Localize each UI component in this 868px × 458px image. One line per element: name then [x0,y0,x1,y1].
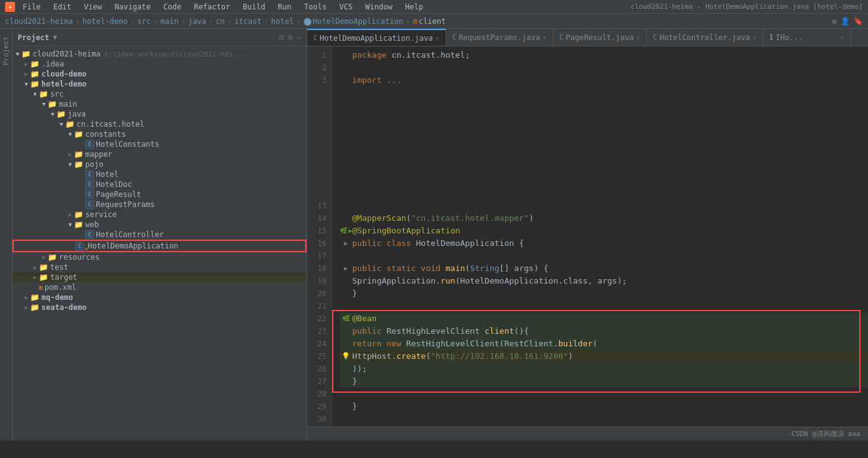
tree-cn-label: cn.itcast.hotel [76,120,144,129]
tab-close-icon[interactable]: ✕ [543,34,546,41]
tab-close-icon[interactable]: ✕ [436,35,439,41]
menu-window[interactable]: Window [363,1,395,13]
window-title: cloud2021-heima - HotelDemoApplication.j… [630,3,863,11]
tree-hotel-demo[interactable]: ▼ 📁 hotel-demo [13,79,306,89]
breadcrumb-hotel[interactable]: hotel [271,17,294,26]
breadcrumb-java[interactable]: java [188,17,206,26]
tree-web[interactable]: ▼ 📁 web [13,220,306,230]
tree-hotelcontroller-label: HotelController [96,230,164,239]
tree-idea[interactable]: ▶ 📁 .idea [13,59,306,69]
bookmark-icon[interactable]: 🔖 [854,17,863,26]
menu-edit[interactable]: Edit [51,1,74,13]
folder-icon: 📁 [30,293,39,302]
menu-run[interactable]: Run [275,1,294,13]
tree-target[interactable]: ▶ 📁 target [13,272,306,282]
tab-requestparams[interactable]: C RequestParams.java ✕ [446,29,553,46]
tree-seata-demo[interactable]: ▶ 📁 seata-demo [13,302,306,312]
folder-icon: 📁 [39,90,48,99]
settings-tree-icon[interactable]: ⚙ [288,33,293,42]
project-tab[interactable]: Project [2,36,10,65]
tab-icon: C [653,34,657,41]
tree-arrow: ▼ [14,51,21,57]
tab-label: HotelController.java [659,33,750,42]
breadcrumb-src[interactable]: src [137,17,151,26]
menu-file[interactable]: File [20,1,43,13]
close-sidebar-icon[interactable]: — [296,33,301,42]
tree-requestparams[interactable]: ▶ C RequestParams [13,200,306,210]
tab-close-icon[interactable]: ✕ [753,34,756,41]
menu-vcs[interactable]: VCS [337,1,355,13]
tree-cn-itcast-hotel[interactable]: ▼ 📁 cn.itcast.hotel [13,119,306,129]
tree-seata-demo-label: seata-demo [41,303,86,312]
tree-pojo[interactable]: ▼ 📁 pojo [13,159,306,169]
tab-close-icon[interactable]: ✕ [840,34,844,41]
tab-pageresult[interactable]: C PageResult.java ✕ [553,29,647,46]
tree-src-label: src [50,90,64,99]
folder-icon: 📁 [74,150,83,159]
tree-test[interactable]: ▶ 📁 test [13,262,306,272]
tab-hotelcontroller[interactable]: C HotelController.java ✕ [647,29,763,46]
folder-icon: 📁 [74,160,83,169]
sidebar-dropdown-icon[interactable]: ▼ [53,33,58,41]
warn-gutter-icon[interactable]: 💡 [342,350,350,363]
breadcrumb-hotel-demo[interactable]: hotel-demo [83,17,128,26]
tab-icon: C [560,34,563,41]
run-gutter-icon-18[interactable]: ▶ [344,262,348,275]
code-line-3: import ... [340,74,868,87]
menu-bar: ✦ File Edit View Navigate Code Refactor … [0,0,868,14]
tree-hotelcontroller[interactable]: ▶ C HotelController [13,230,306,240]
tree-src[interactable]: ▼ 📁 src [13,89,306,99]
tree-hoteldemoapp[interactable]: ▶ C m HotelDemoApplication [13,240,306,252]
tree-hotel-constants[interactable]: ▶ C HotelConstants [13,139,306,149]
tab-hoteldemoapp[interactable]: C HotelDemoApplication.java ✕ [307,29,446,46]
collapse-all-icon[interactable]: ⊟ [280,33,285,42]
tree-hotel[interactable]: ▶ C Hotel [13,169,306,179]
breadcrumb-hoteldemo[interactable]: HotelDemoApplication [313,17,404,26]
tree-arrow: ▼ [66,221,74,228]
profile-icon[interactable]: 👤 [840,17,850,26]
tree-pageresult[interactable]: ▶ C PageResult [13,189,306,200]
tree-service[interactable]: ▶ 📁 service [13,210,306,220]
tree-hoteldemoapp-label: HotelDemoApplication [88,242,179,250]
tree-mapper[interactable]: ▶ 📁 mapper [13,149,306,159]
tab-iho[interactable]: I IHo... ✕ [763,29,851,46]
folder-icon: 📁 [48,253,57,262]
menu-view[interactable]: View [81,1,105,13]
tab-close-icon[interactable]: ✕ [636,34,640,41]
code-line-21 [340,300,868,312]
tree-arrow: ▶ [31,264,39,270]
tree-arrow: ▼ [31,91,39,97]
tree-cloud-demo[interactable]: ▶ 📁 cloud-demo [13,69,306,79]
breadcrumb-cn[interactable]: cn [216,17,224,26]
breadcrumb-cloud2021-heima[interactable]: cloud2021-heima [5,17,73,26]
tab-icon: C [452,34,456,41]
code-editor[interactable]: 1 2 3 13 14 15 16 17 18 19 20 21 22 23 2… [307,46,868,427]
tree-cloud-demo-label: cloud-demo [41,70,86,78]
menu-help[interactable]: Help [402,1,426,13]
menu-build[interactable]: Build [240,1,268,13]
settings-icon[interactable]: ⚙ [832,17,837,26]
tree-resources[interactable]: ▶ 📁 resources [13,252,306,262]
tree-constants[interactable]: ▼ 📁 constants [13,129,306,139]
tree-root[interactable]: ▼ 📁 cloud2021-heima E:\idea-workspace\cl… [13,49,306,59]
menu-tools[interactable]: Tools [301,1,329,13]
menu-refactor[interactable]: Refactor [191,1,233,13]
tree-pageresult-label: PageResult [96,190,141,199]
tree-pomxml[interactable]: ▶ m pom.xml [13,282,306,292]
project-tree[interactable]: ▼ 📁 cloud2021-heima E:\idea-workspace\cl… [13,46,306,440]
tree-arrow: ▶ [31,274,39,280]
menu-code[interactable]: Code [161,1,184,13]
folder-icon: 📁 [30,80,39,88]
tree-java[interactable]: ▼ 📁 java [13,109,306,119]
breadcrumb-main[interactable]: main [160,17,179,26]
code-content[interactable]: package cn.itcast.hotel; import ... [332,46,868,427]
code-lines-gap [340,87,868,200]
code-line-14: @MapperScan("cn.itcast.hotel.mapper") [340,212,868,225]
tree-hoteldoc[interactable]: ▶ C HotelDoc [13,179,306,189]
tree-hotel-demo-label: hotel-demo [41,80,86,88]
breadcrumb-itcast[interactable]: itcast [234,17,261,26]
code-line-20: } [340,287,868,300]
tree-main[interactable]: ▼ 📁 main [13,99,306,109]
menu-navigate[interactable]: Navigate [112,1,154,13]
tree-mq-demo[interactable]: ▶ 📁 mq-demo [13,292,306,302]
